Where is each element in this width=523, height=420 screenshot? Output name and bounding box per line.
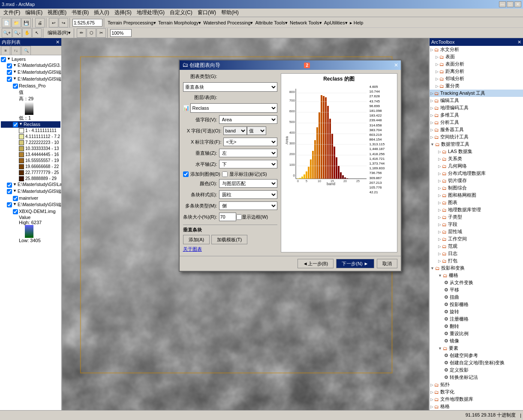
toolbox-file-transform[interactable]: ⚙ 从文件变换 (430, 279, 523, 286)
bar-size-input[interactable] (219, 213, 236, 221)
editor-label[interactable]: 编辑器(R)▾ (46, 30, 72, 36)
toc-file1[interactable]: ▼ E:\Master\study\GIS\3.∧ (1, 63, 60, 69)
select-button[interactable]: ↖ (32, 28, 42, 38)
toc-file2[interactable]: ▼ E:\Master\study\GIS\端 (1, 69, 60, 76)
minimize-button[interactable]: — (499, 1, 506, 7)
toolbox-gdb-admin[interactable]: ▷ 🗂 地理数据库管理 (430, 206, 523, 213)
toolbox-las[interactable]: ▷ 🗂 LAS 数据集 (430, 148, 523, 155)
toolbox-create-spatial-ref[interactable]: ⚙ 创建空间参考 (430, 352, 523, 359)
print-button[interactable]: 🖨 (35, 18, 45, 27)
edit-tool[interactable]: ✏ (77, 28, 86, 38)
horiz-axis-select[interactable]: 下 (219, 160, 277, 168)
menu-bookmark[interactable]: 书签(B) (69, 8, 91, 17)
dem-checkbox[interactable] (13, 209, 18, 214)
toolbox-surface-analysis[interactable]: ▷ 🗂 表面分析 (430, 60, 523, 68)
toolbox-package[interactable]: ▷ 🗂 打包 (430, 257, 523, 264)
toolbox-feature[interactable]: ▼ 🗂 要素 (430, 345, 523, 352)
toolbox-warp[interactable]: ⚙ 扭曲 (430, 294, 523, 301)
toolbox-rescale[interactable]: ⚙ 重设比例 (430, 330, 523, 337)
color-select[interactable]: 与图层匹配 (219, 179, 277, 188)
toolbox-tile-cache[interactable]: ▷ 🗂 切片缓存 (430, 177, 523, 184)
toolbox-translate[interactable]: ⚙ 平移 (430, 286, 523, 294)
split-tool[interactable]: ✂ (96, 28, 106, 38)
terrain-preprocessing[interactable]: Terrain Preprocessing▾ (107, 20, 157, 26)
load-template-button[interactable]: 加载模板(T) (211, 235, 247, 244)
open-button[interactable]: 📁 (12, 18, 21, 27)
multi-bar-select[interactable]: 侧 (219, 201, 277, 210)
toolbox-projection[interactable]: ▼ 🗂 投影和变换 (430, 264, 523, 272)
maximize-button[interactable]: □ (507, 1, 514, 7)
file3-checkbox[interactable] (7, 77, 12, 82)
menu-view[interactable]: 视图(图) (45, 8, 69, 17)
toc-dem[interactable]: XBXQ-DEM1.img (1, 208, 60, 215)
menu-select[interactable]: 选择(S) (112, 8, 134, 17)
toc-list-btn[interactable]: ≡ (1, 46, 10, 55)
toolbox-multidim[interactable]: ▷ 🗂 多维工具 (430, 111, 523, 119)
watershed-processing[interactable]: Watershed Processing▾ (202, 20, 254, 26)
toolbox-surface[interactable]: ▷ 🗂 表面 (430, 53, 523, 60)
pan-button[interactable]: ✋ (22, 28, 32, 38)
mainriver-checkbox[interactable] (13, 196, 18, 201)
file4-checkbox[interactable] (7, 183, 12, 188)
toolbox-rotate[interactable]: ⚙ 旋转 (430, 308, 523, 315)
file6-checkbox[interactable] (7, 202, 12, 207)
toolbox-distrib[interactable]: ▷ 🗂 分布式地理数据库 (430, 170, 523, 177)
attribute-tools[interactable]: Attribute Tools▾ (254, 20, 289, 26)
map-area[interactable]: 🗂 创建图表向导 2 ✕ 图表类型(G): 垂直条块 (62, 38, 429, 410)
toolbox-topology[interactable]: ▷ 🗂 拓扑 (430, 381, 523, 388)
add-button[interactable]: 添加(A) (183, 235, 210, 244)
reclass-checkbox[interactable] (13, 122, 18, 127)
toolbox-register[interactable]: ⚙ 注册栅格 (430, 315, 523, 323)
vert-axis-select[interactable]: 左 (219, 149, 277, 157)
toolbox-neighbor[interactable]: ▷ 🗂 邻域分析 (430, 75, 523, 82)
save-button[interactable]: 💾 (21, 18, 31, 27)
file3-expand[interactable]: ▼ (13, 76, 17, 81)
new-button[interactable]: 📄 (2, 18, 11, 27)
file1-checkbox[interactable] (7, 63, 12, 69)
x-label-select[interactable]: <无> (223, 138, 277, 146)
reclass-pro-checkbox[interactable] (13, 84, 18, 89)
file2-expand[interactable]: ▼ (13, 69, 17, 74)
toolbox-log[interactable]: ▷ 🗂 日志 (430, 250, 523, 257)
toolbox-geom-net[interactable]: ▷ 🗂 几何网络 (430, 162, 523, 170)
value-select[interactable]: Area (219, 115, 277, 124)
add-legend-checkbox[interactable] (183, 171, 189, 177)
toolbox-field[interactable]: ▷ 🗂 字段 (430, 221, 523, 228)
show-labels-checkbox[interactable] (222, 171, 228, 177)
toc-close-icon[interactable]: ✕ (56, 39, 60, 45)
toc-file3[interactable]: ▼ E:\Master\study\GIS\端 (1, 76, 60, 83)
toolbox-flip[interactable]: ⚙ 翻转 (430, 323, 523, 330)
zoom-in-button[interactable]: 🔍+ (2, 28, 12, 38)
toc-file5[interactable]: ▼ E:\Master\study\GIS\端 (1, 188, 60, 195)
ap-utilities[interactable]: ApUtilities▾ (323, 20, 349, 26)
arctoolbox-close-icon[interactable]: ✕ (517, 39, 521, 45)
toolbox-overview[interactable]: ▷ 🗂 范观 (430, 243, 523, 250)
toolbox-reclass[interactable]: ▷ 🗂 重分类 (430, 82, 523, 90)
toolbox-distance[interactable]: ▷ 🗂 距离分析 (430, 68, 523, 75)
show-outline-checkbox[interactable] (236, 214, 242, 220)
toolbox-grid[interactable]: ▷ 🗂 格格 (430, 403, 523, 410)
file1-expand[interactable]: ▼ (13, 63, 17, 67)
bar-style-select[interactable]: 圆柱 (219, 190, 277, 199)
undo-button[interactable]: ↩ (49, 18, 58, 27)
toc-layers-group[interactable]: ▼ Layers (1, 56, 60, 63)
chart-type-select[interactable]: 垂直条块 (183, 82, 277, 92)
toc-mainriver[interactable]: mainriver (1, 195, 60, 201)
toolbox-convert-coord[interactable]: ⚙ 转换坐标记法 (430, 374, 523, 381)
toolbox-project-raster[interactable]: ⚙ 投影栅格 (430, 301, 523, 308)
toolbox-server[interactable]: ▷ 🗂 服务器工具 (430, 126, 523, 133)
menu-insert[interactable]: 插入(I) (91, 8, 111, 17)
next-button[interactable]: 下一步(N) ► (336, 259, 374, 268)
toc-sort-btn[interactable]: ↑↓ (11, 46, 21, 55)
redo-button[interactable]: ↪ (59, 18, 68, 27)
zoom-input[interactable] (110, 29, 132, 37)
toolbox-cartography[interactable]: ▷ 🗂 制图综合 (430, 184, 523, 192)
close-button[interactable]: ✕ (514, 1, 521, 7)
toc-reclass[interactable]: ▼ Reclass (1, 121, 60, 128)
about-link[interactable]: 关于图表 (183, 246, 202, 252)
toolbox-workspace[interactable]: ▷ 🗂 工作空间 (430, 235, 523, 243)
toc-file6[interactable]: ▼ E:\Master\study\GIS\端 (1, 201, 60, 208)
layer-select[interactable]: Reclass (190, 103, 277, 113)
menu-file[interactable]: 文件(F) (1, 8, 23, 17)
toolbox-graticule[interactable]: ▷ 🗂 图和格网框图 (430, 192, 523, 199)
